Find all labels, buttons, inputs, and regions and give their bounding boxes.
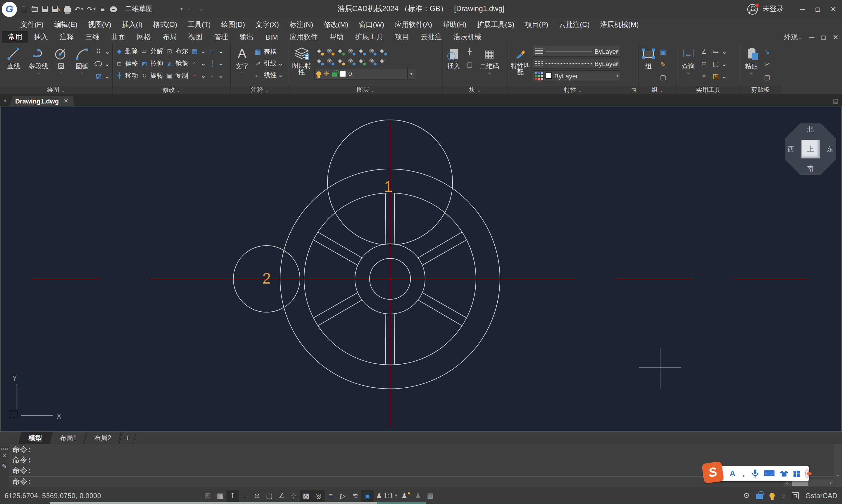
layer-prev-button[interactable]: ◈ [366, 46, 377, 56]
ribbon-tab-cloud[interactable]: 云批注 [415, 31, 448, 43]
plot-button[interactable] [64, 4, 71, 14]
line-button[interactable]: 直线 [2, 45, 25, 86]
close-button[interactable]: ✕ [830, 5, 836, 13]
panel-label-modify[interactable]: 修改⌄ [113, 86, 230, 94]
ime-assistant-icon[interactable] [805, 469, 809, 478]
insert-block-button[interactable]: 插入 [445, 45, 463, 86]
ime-punctuation-toggle[interactable]: ， [740, 466, 747, 481]
measure-button[interactable]: ↔ 查询 ⌄ [679, 45, 697, 86]
menu-modify[interactable]: 修改(M) [318, 18, 354, 31]
quick-select-button[interactable]: ◳⌄ [711, 71, 727, 81]
array-button[interactable]: ▦⌄ [191, 46, 206, 57]
stretch-button[interactable]: ◩拉伸 [140, 58, 163, 69]
move-button[interactable]: ╋移动 [115, 70, 138, 81]
tab-model[interactable]: 模型 [18, 432, 52, 444]
menu-gstarcad-mech[interactable]: 浩辰机械(M) [595, 18, 644, 31]
compass-top-button[interactable]: 上 [801, 140, 820, 159]
layer-on-button[interactable]: ◈ [314, 56, 324, 66]
layer-walk-button[interactable]: ◈ [366, 56, 377, 66]
divide-button[interactable]: ┆⌄ [208, 58, 223, 69]
menu-draw[interactable]: 绘图(D) [216, 18, 250, 31]
ribbon-tab-layout[interactable]: 布局 [157, 31, 182, 43]
compass-west-label[interactable]: 西 [788, 145, 794, 154]
ungroup-button[interactable]: ▢ [658, 72, 668, 83]
restore-button[interactable]: □ [816, 5, 820, 13]
ribbon-tab-mechanical[interactable]: 浩辰机械 [448, 31, 487, 43]
menu-cloud-markup[interactable]: 云批注(C) [553, 18, 595, 31]
align-button[interactable]: ≔⌄ [208, 46, 223, 57]
break-button[interactable]: ╌⌄ [191, 70, 206, 81]
object-snap-toggle[interactable]: ▢ [263, 490, 275, 501]
selection-cycling-toggle[interactable]: ▷ [337, 490, 349, 501]
group-create-button[interactable]: ▣ [658, 46, 668, 57]
circle-button[interactable]: 圆 ⌄ [52, 45, 70, 86]
app-logo-icon[interactable]: G [2, 1, 17, 17]
polyline-dropdown-icon[interactable]: ⌄ [36, 70, 40, 75]
menu-project[interactable]: 项目(P) [520, 18, 553, 31]
layer-match-button[interactable]: ◈ [356, 46, 366, 56]
ui-lock-icon[interactable] [756, 494, 763, 499]
doc-minimize-button[interactable]: ─ [809, 33, 814, 41]
layer-lock-button[interactable]: ◈ [335, 56, 345, 66]
menu-insert[interactable]: 插入(I) [117, 18, 148, 31]
circle-dropdown-icon[interactable]: ⌄ [59, 70, 63, 75]
annotation-scale-control[interactable]: ♟ 1:1 ▾ [374, 490, 400, 501]
new-file-button[interactable] [20, 4, 28, 14]
ortho-mode-toggle[interactable]: ∟ [238, 490, 251, 501]
ribbon-tab-express[interactable]: 扩展工具 [350, 31, 389, 43]
layer-freeze-button[interactable]: ◈ [324, 56, 335, 66]
table-button[interactable]: ▦表格 [253, 46, 283, 57]
scroll-right-icon[interactable]: › [827, 480, 834, 486]
angle-snap-toggle[interactable]: ∠ [275, 490, 288, 501]
leader-button[interactable]: ↗引线⌄ [253, 58, 283, 68]
menu-help[interactable]: 帮助(H) [437, 18, 471, 31]
layer-properties-button[interactable]: 图层特性 [292, 45, 312, 86]
tab-layout2[interactable]: 布局2 [84, 432, 122, 444]
minimize-button[interactable]: ─ [800, 5, 805, 13]
layer-merge-button[interactable]: ◈ [356, 56, 366, 66]
ime-language-toggle[interactable]: A [730, 466, 735, 481]
center-snap-toggle[interactable]: ◎ [312, 490, 324, 501]
layer-selector[interactable]: ☀ 0 ▾ [314, 68, 408, 79]
quick-properties-toggle[interactable]: ≋ [349, 490, 361, 501]
command-close-icon[interactable]: ✕ [2, 453, 7, 459]
workspace-stack-button[interactable]: ≡ [99, 4, 106, 14]
layer-off-button[interactable]: ◈ [314, 46, 324, 56]
save-as-button[interactable]: ✎ [52, 4, 60, 14]
ime-keyboard-icon[interactable]: ⌨ [764, 466, 775, 481]
ribbon-tab-view[interactable]: 视图 [182, 31, 208, 43]
mirror-button[interactable]: ◭镜像 [165, 58, 188, 69]
menu-file[interactable]: 文件(F) [15, 18, 49, 31]
linetype-selector[interactable]: ByLayer ▾ [533, 58, 621, 69]
appearance-dropdown[interactable]: 外观⌄ [784, 32, 802, 42]
copy-clip-button[interactable]: ↘ [763, 46, 772, 57]
drawing-canvas[interactable]: 12XY 北 南 西 东 上 [0, 106, 842, 432]
menu-tools[interactable]: 工具(T) [182, 18, 216, 31]
layer-unlock-button[interactable]: ◈ [335, 46, 345, 56]
redo-button[interactable]: ↷▾ [87, 4, 95, 14]
add-layout-button[interactable]: + [119, 432, 136, 444]
dynamic-input-toggle[interactable]: ▣ [361, 490, 374, 501]
ellipse-button[interactable]: ⌄ [94, 58, 110, 69]
menu-view[interactable]: 视图(V) [83, 18, 117, 31]
menu-format[interactable]: 格式(O) [148, 18, 182, 31]
doc-restore-button[interactable]: □ [821, 33, 826, 41]
panel-label-group[interactable]: 组⌄ [639, 86, 677, 94]
tab-layout1[interactable]: 布局1 [49, 432, 87, 444]
menu-express-tools[interactable]: 扩展工具(S) [471, 18, 520, 31]
axis-tool-button[interactable]: ∠ [699, 46, 709, 57]
list-button[interactable]: ≔⌄ [711, 46, 727, 57]
boolean-button[interactable]: ⊡布尔 [165, 46, 188, 57]
ime-skin-icon[interactable] [780, 470, 788, 477]
arc-button[interactable]: 圆弧 ⌄ [72, 45, 92, 86]
cut-button[interactable]: ✂ [763, 59, 772, 70]
tips-bulb-icon[interactable] [770, 493, 775, 498]
ribbon-tab-project[interactable]: 项目 [389, 31, 415, 43]
sogou-logo-icon[interactable]: S [702, 461, 724, 484]
menu-edit[interactable]: 编辑(E) [49, 18, 83, 31]
command-drag-handle[interactable] [1, 448, 8, 450]
layer-restore-button[interactable]: ◈ [345, 56, 356, 66]
ime-mic-icon[interactable] [752, 469, 759, 478]
match-properties-button[interactable]: 特性匹配 [510, 45, 530, 86]
panel-label-block[interactable]: 块⌄ [443, 86, 507, 94]
